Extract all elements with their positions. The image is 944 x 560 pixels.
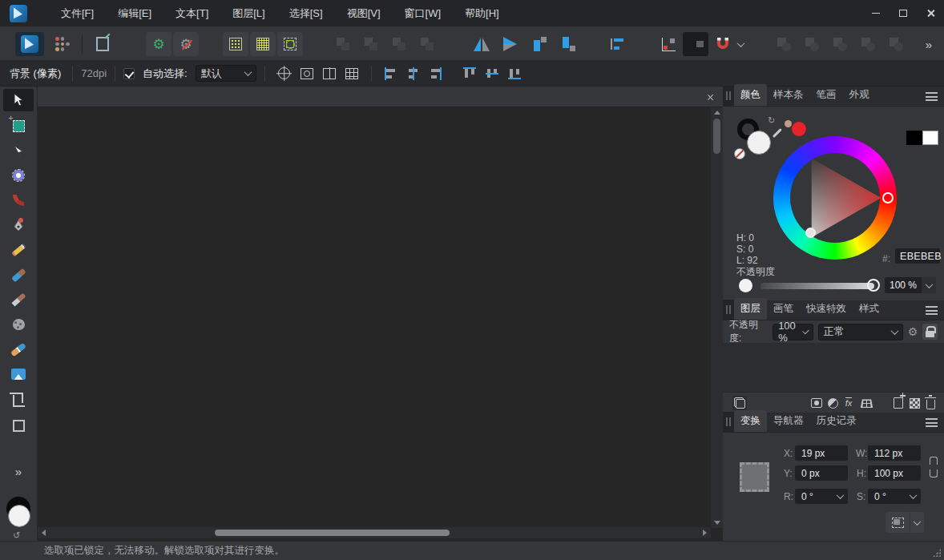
disabled-settings-button[interactable]: ⚙	[173, 32, 199, 56]
menu-select[interactable]: 选择[S]	[278, 1, 334, 26]
scroll-right-icon[interactable]	[703, 530, 707, 536]
adjustment-layer-button[interactable]	[825, 396, 840, 410]
vertical-scrollbar[interactable]	[711, 107, 723, 528]
point-transform-tool[interactable]	[3, 164, 34, 187]
opacity-slider[interactable]	[760, 283, 874, 289]
flip-horizontal-button[interactable]	[469, 32, 494, 56]
pencil-tool[interactable]	[3, 239, 34, 261]
corner-tool[interactable]	[3, 189, 34, 212]
vector-brush-tool[interactable]	[3, 264, 34, 286]
preview-mode-button[interactable]	[683, 32, 708, 56]
edit-all-layers-button[interactable]	[732, 396, 747, 410]
rotate-cw-button[interactable]	[555, 32, 581, 56]
blend-options-gear-icon[interactable]: ⚙	[908, 325, 918, 338]
close-document-button[interactable]	[704, 91, 716, 103]
preferences-button[interactable]: ⚙	[146, 32, 171, 56]
menu-edit[interactable]: 编辑[E]	[107, 1, 163, 26]
fill-tool[interactable]	[3, 313, 34, 336]
scroll-left-icon[interactable]	[42, 530, 46, 536]
align-bottom-button[interactable]	[504, 64, 525, 83]
delete-layer-button[interactable]	[923, 396, 938, 410]
shape-tool[interactable]	[3, 414, 34, 437]
knife-tool[interactable]	[3, 288, 34, 311]
minimize-button[interactable]	[862, 0, 890, 26]
panel-drag-handle[interactable]	[723, 86, 734, 106]
tab-fx[interactable]: 快速特效	[800, 298, 853, 320]
guides-manager-button[interactable]	[656, 32, 681, 56]
shear-dropdown[interactable]: 0 °	[868, 489, 921, 504]
y-input[interactable]: 0 px	[795, 465, 848, 481]
rotate-ccw-button[interactable]	[526, 32, 552, 56]
align-left-button[interactable]	[381, 64, 401, 83]
show-selection-button[interactable]	[297, 64, 317, 83]
tab-transform[interactable]: 变换	[734, 410, 767, 432]
menu-file[interactable]: 文件[F]	[50, 1, 105, 26]
opacity-dropdown-button[interactable]	[922, 277, 936, 293]
resize-grip[interactable]	[933, 549, 941, 557]
align-middle-button[interactable]	[482, 64, 502, 83]
rotation-dropdown[interactable]: 0 °	[795, 489, 848, 504]
vertical-scroll-thumb[interactable]	[713, 119, 720, 154]
crop-tool[interactable]	[3, 389, 34, 411]
close-button[interactable]	[917, 0, 944, 26]
lock-layer-button[interactable]	[922, 324, 938, 340]
artboard-tool[interactable]	[3, 115, 34, 137]
hex-input[interactable]: EBEBEB	[895, 248, 940, 264]
alignment-button[interactable]	[604, 32, 630, 56]
opacity-value-input[interactable]: 100 %	[885, 277, 922, 293]
cycle-selection-box-button[interactable]	[274, 64, 295, 83]
export-persona-button[interactable]	[90, 32, 115, 56]
layer-opacity-dropdown[interactable]: 100 %	[773, 324, 813, 340]
hue-marker[interactable]	[882, 192, 894, 203]
tab-stroke[interactable]: 笔画	[810, 84, 843, 106]
pen-tool[interactable]	[3, 214, 34, 236]
h-input[interactable]: 100 px	[868, 465, 921, 481]
menu-view[interactable]: 视图[V]	[336, 1, 392, 26]
tab-navigator[interactable]: 导航器	[767, 410, 810, 432]
fill-color-circle[interactable]	[747, 131, 771, 155]
snap-grid-button[interactable]	[223, 32, 248, 56]
new-layer-button[interactable]	[891, 396, 906, 410]
swap-colors-icon[interactable]: ↺	[13, 530, 20, 541]
snapping-button[interactable]	[710, 32, 736, 56]
fill-stroke-selector[interactable]: ↺	[5, 497, 34, 535]
black-swatch[interactable]	[906, 131, 922, 145]
black-white-swatch[interactable]	[906, 131, 938, 145]
tab-appearance[interactable]: 外观	[843, 84, 876, 106]
shade-marker[interactable]	[805, 228, 816, 238]
snap-pixel-button[interactable]	[250, 32, 276, 56]
panel-drag-handle[interactable]	[723, 300, 734, 320]
transform-mode-dropdown-button[interactable]	[910, 512, 924, 533]
mask-layer-button[interactable]	[809, 396, 824, 410]
snapping-dropdown-button[interactable]	[734, 32, 747, 56]
tab-brushes[interactable]: 画笔	[767, 298, 800, 320]
autoselect-checkbox[interactable]	[123, 68, 135, 79]
blend-mode-dropdown[interactable]: 正常	[818, 324, 903, 340]
place-image-tool[interactable]	[3, 363, 34, 385]
align-right-button[interactable]	[426, 64, 446, 83]
scroll-down-icon[interactable]	[714, 521, 720, 525]
layers-list[interactable]	[723, 343, 944, 392]
align-top-button[interactable]	[459, 64, 480, 83]
transform-objects-button[interactable]	[319, 64, 340, 83]
w-input[interactable]: 112 px	[868, 445, 921, 461]
flip-vertical-button[interactable]	[498, 32, 523, 56]
menu-window[interactable]: 窗口[W]	[393, 1, 453, 26]
panel-drag-handle[interactable]	[723, 412, 734, 432]
menu-help[interactable]: 帮助[H]	[454, 1, 510, 26]
fill-color-swatch[interactable]	[8, 505, 30, 527]
designer-persona-button[interactable]	[15, 32, 44, 56]
pixel-grid-button[interactable]	[341, 64, 362, 83]
toolbar-overflow-button[interactable]: »	[920, 32, 938, 56]
x-input[interactable]: 19 px	[795, 445, 848, 461]
tab-styles[interactable]: 样式	[853, 298, 886, 320]
no-color-swatch[interactable]	[734, 148, 745, 159]
transparency-tool[interactable]	[3, 338, 34, 361]
new-pixel-layer-button[interactable]	[907, 396, 922, 410]
align-center-button[interactable]	[403, 64, 424, 83]
panel-menu-icon[interactable]	[926, 418, 938, 427]
color-picker-button[interactable]	[774, 120, 792, 138]
tab-layers[interactable]: 图层	[734, 298, 767, 320]
tab-history[interactable]: 历史记录	[810, 410, 863, 432]
menu-text[interactable]: 文本[T]	[164, 1, 220, 26]
